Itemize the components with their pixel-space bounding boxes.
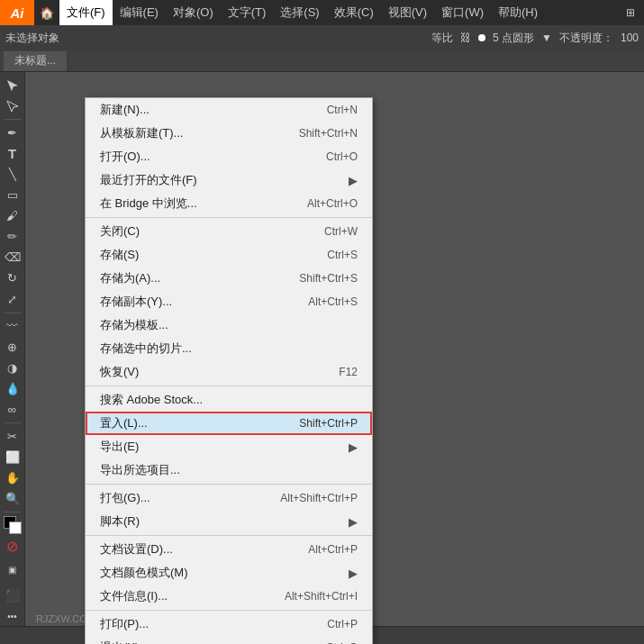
eyedropper-tool[interactable]: 💧 (2, 379, 23, 398)
menu-save-template[interactable]: 存储为模板... (86, 313, 372, 337)
separator-3 (86, 484, 372, 485)
home-button[interactable]: 🏠 (34, 0, 59, 25)
menu-bar: Ai 🏠 文件(F) 编辑(E) 对象(O) 文字(T) 选择(S) 效果(C)… (0, 0, 644, 25)
menu-print[interactable]: 打印(P)... Ctrl+P (86, 612, 372, 636)
rectangle-tool[interactable]: ▭ (2, 186, 23, 204)
main-area: ✒ T ╲ ▭ 🖌 ✏ ⌫ ↻ ⤢ 〰 ⊕ ◑ 💧 ∞ ✂ ⬜ ✋ � (0, 72, 644, 626)
menu-item-effect[interactable]: 效果(C) (327, 0, 381, 25)
tab-untitled[interactable]: 未标题... (4, 51, 68, 71)
menu-item-edit[interactable]: 编辑(E) (113, 0, 166, 25)
menu-revert[interactable]: 恢复(V) F12 (86, 360, 372, 384)
pencil-tool[interactable]: ✏ (2, 227, 23, 246)
menu-file-info[interactable]: 文件信息(I)... Alt+Shift+Ctrl+I (86, 585, 372, 608)
proportion-icon: ⛓ (460, 32, 471, 44)
menu-item-text[interactable]: 文字(T) (221, 0, 274, 25)
menu-items: 文件(F) 编辑(E) 对象(O) 文字(T) 选择(S) 效果(C) 视图(V… (59, 0, 545, 25)
ai-logo: Ai (0, 0, 34, 25)
scale-tool[interactable]: ⤢ (2, 290, 23, 309)
screen-mode-icon[interactable]: ⬛ (2, 586, 23, 605)
bullet-dot (478, 34, 485, 41)
separator-4 (86, 535, 372, 536)
menu-export[interactable]: 导出(E) ▶ (86, 435, 372, 458)
gradient-mode-icon[interactable]: ▣ (2, 559, 23, 581)
warp-tool[interactable]: 〰 (2, 316, 23, 335)
dropdown-overlay: 新建(N)... Ctrl+N 从模板新建(T)... Shift+Ctrl+N… (25, 72, 644, 626)
separator-5 (86, 610, 372, 611)
color-fill-stroke[interactable] (2, 516, 23, 535)
paintbrush-tool[interactable]: 🖌 (2, 206, 23, 225)
menu-item-object[interactable]: 对象(O) (166, 0, 221, 25)
menu-place[interactable]: 置入(L)... Shift+Ctrl+P (86, 412, 372, 435)
type-tool[interactable]: T (2, 144, 23, 163)
no-selection-label: 未选择对象 (5, 31, 59, 46)
menu-item-window[interactable]: 窗口(W) (434, 0, 491, 25)
pen-tool[interactable]: ✒ (2, 123, 23, 142)
line-tool[interactable]: ╲ (2, 165, 23, 184)
menu-item-help[interactable]: 帮助(H) (491, 0, 545, 25)
scissors-tool[interactable]: ✂ (2, 427, 23, 446)
direct-selection-tool[interactable] (2, 96, 23, 115)
canvas-area: 新建(N)... Ctrl+N 从模板新建(T)... Shift+Ctrl+N… (25, 72, 644, 626)
menu-right: ⊞ (622, 5, 644, 21)
menu-item-view[interactable]: 视图(V) (381, 0, 434, 25)
blend-tool[interactable]: ∞ (2, 400, 23, 419)
rotate-tool[interactable]: ↻ (2, 268, 23, 287)
options-bar: 未选择对象 等比 ⛓ 5 点圆形 ▼ 不透明度： 100 (0, 25, 644, 50)
menu-package[interactable]: 打包(G)... Alt+Shift+Ctrl+P (86, 486, 372, 510)
more-tools-icon[interactable]: ••• (2, 607, 23, 626)
separator-1 (86, 217, 372, 218)
menu-save[interactable]: 存储(S) Ctrl+S (86, 243, 372, 267)
selection-tool[interactable] (2, 76, 23, 95)
hand-tool[interactable]: ✋ (2, 468, 23, 487)
proportion-label: 等比 (431, 31, 453, 46)
toolbar-separator-4 (4, 512, 22, 512)
menu-item-file[interactable]: 文件(F) (59, 0, 113, 25)
opacity-value: 100 (621, 32, 639, 44)
gradient-tool[interactable]: ◑ (2, 358, 23, 377)
toolbar-separator-2 (4, 313, 22, 313)
layout-icon[interactable]: ⊞ (622, 5, 639, 21)
menu-save-as[interactable]: 存储为(A)... Shift+Ctrl+S (86, 267, 372, 290)
menu-save-slices[interactable]: 存储选中的切片... (86, 337, 372, 360)
menu-close[interactable]: 关闭(C) Ctrl+W (86, 220, 372, 243)
toolbar-separator-3 (4, 422, 22, 423)
left-toolbar: ✒ T ╲ ▭ 🖌 ✏ ⌫ ↻ ⤢ 〰 ⊕ ◑ 💧 ∞ ✂ ⬜ ✋ � (0, 72, 25, 626)
menu-exit[interactable]: 退出(X) Ctrl+Q (86, 636, 372, 644)
menu-new[interactable]: 新建(N)... Ctrl+N (86, 98, 372, 122)
shape-dropdown-icon[interactable]: ▼ (541, 32, 552, 44)
opacity-label: 不透明度： (559, 31, 613, 46)
no-fill-icon[interactable]: ⊘ (2, 537, 23, 556)
zoom-tool[interactable]: 🔍 (2, 489, 23, 508)
stroke-color (9, 522, 22, 534)
menu-search-stock[interactable]: 搜索 Adobe Stock... (86, 388, 372, 412)
file-menu-dropdown[interactable]: 新建(N)... Ctrl+N 从模板新建(T)... Shift+Ctrl+N… (85, 97, 373, 644)
shape-label: 5 点圆形 (493, 31, 534, 46)
artboard-tool[interactable]: ⬜ (2, 448, 23, 467)
tab-bar: 未标题... (0, 50, 644, 72)
separator-2 (86, 385, 372, 386)
eraser-tool[interactable]: ⌫ (2, 248, 23, 267)
menu-bridge[interactable]: 在 Bridge 中浏览... Alt+Ctrl+O (86, 192, 372, 215)
menu-item-select[interactable]: 选择(S) (273, 0, 326, 25)
toolbar-separator-1 (4, 119, 22, 120)
shapebuilder-tool[interactable]: ⊕ (2, 338, 23, 357)
menu-export-selected[interactable]: 导出所选项目... (86, 458, 372, 482)
menu-open[interactable]: 打开(O)... Ctrl+O (86, 145, 372, 168)
menu-doc-color-mode[interactable]: 文档颜色模式(M) ▶ (86, 561, 372, 585)
menu-recent[interactable]: 最近打开的文件(F) ▶ (86, 168, 372, 192)
menu-doc-settings[interactable]: 文档设置(D)... Alt+Ctrl+P (86, 538, 372, 561)
menu-new-from-template[interactable]: 从模板新建(T)... Shift+Ctrl+N (86, 122, 372, 145)
menu-scripts[interactable]: 脚本(R) ▶ (86, 510, 372, 533)
menu-save-copy[interactable]: 存储副本(Y)... Alt+Ctrl+S (86, 290, 372, 313)
